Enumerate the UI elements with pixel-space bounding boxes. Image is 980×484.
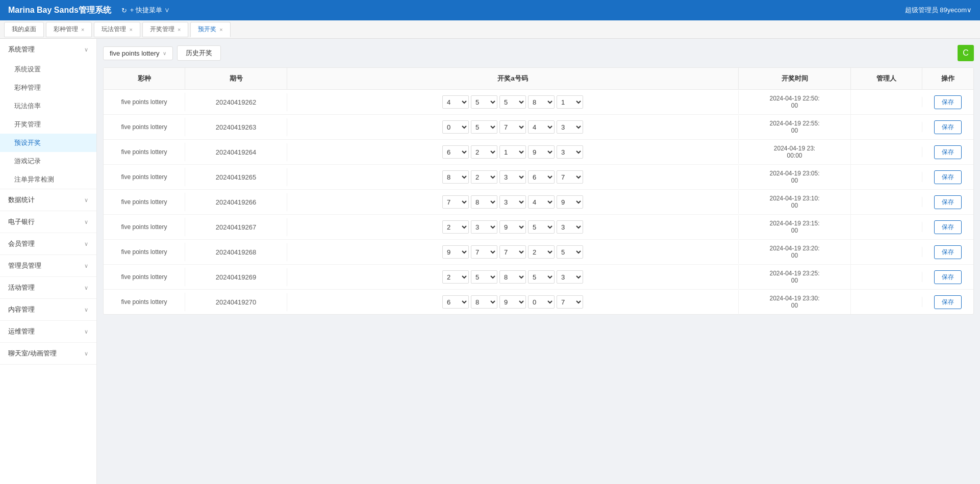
- number-select-0-3[interactable]: 0123456789: [528, 95, 555, 109]
- number-select-3-4[interactable]: 0123456789: [557, 170, 583, 184]
- save-button[interactable]: 保存: [934, 245, 962, 259]
- number-select-4-4[interactable]: 0123456789: [557, 195, 583, 209]
- sidebar-item-lottery-mgmt[interactable]: 彩种管理: [0, 79, 96, 97]
- save-button[interactable]: 保存: [934, 220, 962, 234]
- number-select-7-3[interactable]: 0123456789: [528, 270, 555, 284]
- tab-pre-draw[interactable]: 预开奖 ×: [190, 22, 230, 37]
- number-select-1-1[interactable]: 0123456789: [471, 120, 497, 134]
- sidebar-item-play-rate[interactable]: 玩法倍率: [0, 97, 96, 115]
- td-period: 20240419269: [185, 268, 287, 286]
- number-select-3-2[interactable]: 0123456789: [499, 170, 526, 184]
- sidebar-section-activity-header[interactable]: 活动管理: [0, 277, 96, 298]
- tab-lottery-close[interactable]: ×: [81, 27, 84, 33]
- td-period: 20240419270: [185, 293, 287, 311]
- sidebar-section-activity-label: 活动管理: [8, 283, 35, 292]
- refresh-button[interactable]: C: [958, 45, 974, 61]
- number-select-8-1[interactable]: 0123456789: [471, 295, 497, 309]
- numbers-container: 0123456789012345678901234567890123456789…: [442, 220, 583, 234]
- save-button[interactable]: 保存: [934, 170, 962, 184]
- number-select-1-2[interactable]: 0123456789: [499, 120, 526, 134]
- number-select-6-0[interactable]: 0123456789: [442, 245, 469, 259]
- number-select-7-2[interactable]: 0123456789: [499, 270, 526, 284]
- chevron-down-icon-dropdown: ∨: [163, 50, 166, 56]
- number-select-7-1[interactable]: 0123456789: [471, 270, 497, 284]
- number-select-8-3[interactable]: 0123456789: [528, 295, 555, 309]
- number-select-6-3[interactable]: 0123456789: [528, 245, 555, 259]
- quick-menu-text: + 快捷菜单 ∨: [130, 6, 170, 15]
- tab-play-close[interactable]: ×: [129, 27, 132, 33]
- lottery-dropdown-label: five points lottery: [110, 49, 160, 57]
- sidebar-section-e-bank-label: 电子银行: [8, 217, 35, 226]
- number-select-6-2[interactable]: 0123456789: [499, 245, 526, 259]
- sidebar-item-order-check[interactable]: 注单异常检测: [0, 170, 96, 189]
- col-admin: 管理人: [851, 68, 922, 89]
- number-select-5-4[interactable]: 0123456789: [557, 220, 583, 234]
- save-button[interactable]: 保存: [934, 295, 962, 309]
- number-select-2-1[interactable]: 0123456789: [471, 145, 497, 159]
- number-select-4-1[interactable]: 0123456789: [471, 195, 497, 209]
- tab-lottery[interactable]: 彩种管理 ×: [46, 22, 92, 37]
- number-select-5-1[interactable]: 0123456789: [471, 220, 497, 234]
- sidebar-section-data-stats-header[interactable]: 数据统计: [0, 189, 96, 211]
- number-select-7-4[interactable]: 0123456789: [557, 270, 583, 284]
- sidebar-item-game-records[interactable]: 游戏记录: [0, 152, 96, 170]
- number-select-2-4[interactable]: 0123456789: [557, 145, 583, 159]
- number-select-5-2[interactable]: 0123456789: [499, 220, 526, 234]
- sidebar-section-activity: 活动管理: [0, 277, 96, 299]
- number-select-8-2[interactable]: 0123456789: [499, 295, 526, 309]
- number-select-7-0[interactable]: 0123456789: [442, 270, 469, 284]
- number-select-6-4[interactable]: 0123456789: [557, 245, 583, 259]
- number-select-0-4[interactable]: 0123456789: [557, 95, 583, 109]
- number-select-2-2[interactable]: 0123456789: [499, 145, 526, 159]
- number-select-5-0[interactable]: 0123456789: [442, 220, 469, 234]
- number-select-1-4[interactable]: 0123456789: [557, 120, 583, 134]
- number-select-4-0[interactable]: 0123456789: [442, 195, 469, 209]
- sidebar-section-content-label: 内容管理: [8, 305, 35, 314]
- number-select-2-0[interactable]: 0123456789: [442, 145, 469, 159]
- sidebar-section-member-header[interactable]: 会员管理: [0, 233, 96, 254]
- number-select-6-1[interactable]: 0123456789: [471, 245, 497, 259]
- tab-draw-close[interactable]: ×: [178, 27, 181, 33]
- number-select-8-4[interactable]: 0123456789: [557, 295, 583, 309]
- td-action: 保存: [922, 165, 973, 189]
- sidebar-section-e-bank-header[interactable]: 电子银行: [0, 211, 96, 233]
- sidebar-item-sys-settings[interactable]: 系统设置: [0, 60, 96, 79]
- save-button[interactable]: 保存: [934, 145, 962, 159]
- number-select-8-0[interactable]: 0123456789: [442, 295, 469, 309]
- save-button[interactable]: 保存: [934, 195, 962, 209]
- tab-play[interactable]: 玩法管理 ×: [94, 22, 140, 37]
- number-select-0-1[interactable]: 0123456789: [471, 95, 497, 109]
- history-draw-button[interactable]: 历史开奖: [177, 45, 221, 61]
- number-select-3-0[interactable]: 0123456789: [442, 170, 469, 184]
- tab-pre-draw-close[interactable]: ×: [219, 27, 222, 33]
- table-row: five points lottery202404192650123456789…: [104, 165, 973, 190]
- tab-draw[interactable]: 开奖管理 ×: [142, 22, 188, 37]
- number-select-0-2[interactable]: 0123456789: [499, 95, 526, 109]
- sidebar-section-content-header[interactable]: 内容管理: [0, 299, 96, 320]
- sidebar-item-pre-draw[interactable]: 预设开奖: [0, 134, 96, 152]
- quick-menu-button[interactable]: ↻ + 快捷菜单 ∨: [121, 6, 170, 15]
- number-select-0-0[interactable]: 0123456789: [442, 95, 469, 109]
- number-select-3-1[interactable]: 0123456789: [471, 170, 497, 184]
- sidebar-section-chat-header[interactable]: 聊天室/动画管理: [0, 343, 96, 364]
- tab-desktop[interactable]: 我的桌面: [4, 22, 44, 37]
- number-select-2-3[interactable]: 0123456789: [528, 145, 555, 159]
- number-select-4-2[interactable]: 0123456789: [499, 195, 526, 209]
- sidebar-section-ops-header[interactable]: 运维管理: [0, 321, 96, 342]
- sidebar-section-member: 会员管理: [0, 233, 96, 255]
- number-select-1-0[interactable]: 0123456789: [442, 120, 469, 134]
- sidebar-section-system-label: 系统管理: [8, 45, 35, 54]
- number-select-3-3[interactable]: 0123456789: [528, 170, 555, 184]
- sidebar-item-draw-mgmt[interactable]: 开奖管理: [0, 115, 96, 134]
- number-select-4-3[interactable]: 0123456789: [528, 195, 555, 209]
- td-action: 保存: [922, 240, 973, 264]
- sidebar-section-admin-header[interactable]: 管理员管理: [0, 255, 96, 276]
- number-select-1-3[interactable]: 0123456789: [528, 120, 555, 134]
- tab-pre-draw-label: 预开奖: [198, 25, 216, 34]
- sidebar-section-system-header[interactable]: 系统管理: [0, 39, 96, 60]
- lottery-dropdown-button[interactable]: five points lottery ∨: [103, 46, 173, 60]
- save-button[interactable]: 保存: [934, 270, 962, 284]
- number-select-5-3[interactable]: 0123456789: [528, 220, 555, 234]
- save-button[interactable]: 保存: [934, 120, 962, 134]
- save-button[interactable]: 保存: [934, 95, 962, 109]
